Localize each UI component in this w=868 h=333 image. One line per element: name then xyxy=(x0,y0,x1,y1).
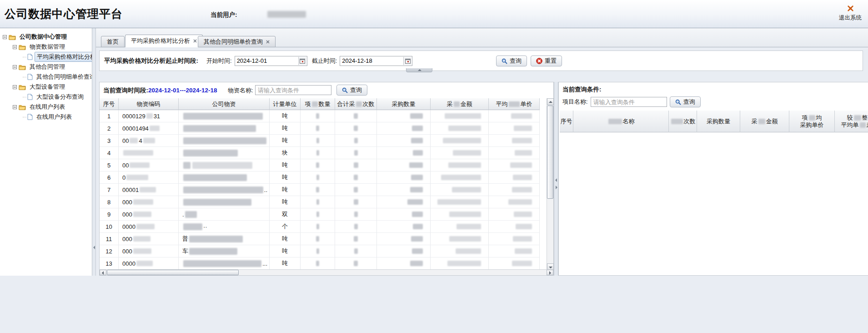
logout-button[interactable]: 退出系统 xyxy=(836,5,864,22)
column-header-pqty[interactable]: 采购数量 xyxy=(377,98,431,110)
cell-code: 000 xyxy=(119,233,179,245)
tab-item[interactable]: 首页 xyxy=(101,36,125,47)
table-row[interactable]: 1000012931吨 xyxy=(100,110,547,122)
cell-price xyxy=(489,159,540,172)
project-search-button[interactable]: 查询 xyxy=(670,96,701,107)
column-header-count[interactable]: 合计采次数 xyxy=(335,98,377,110)
column-header-amount[interactable]: 采金额 xyxy=(431,98,489,110)
tab-item[interactable]: 其他合同明细单价查询 xyxy=(198,36,276,47)
table-row[interactable]: 9000. 双 xyxy=(100,208,547,221)
vertical-scroll-thumb[interactable] xyxy=(547,106,553,199)
column-header-amount[interactable]: 采金额 xyxy=(740,111,789,132)
text: 吨 xyxy=(282,161,288,169)
material-search-input[interactable] xyxy=(255,85,331,95)
tab-close-icon[interactable] xyxy=(266,40,270,44)
tree-node-leaf[interactable]: 在线用户列表 xyxy=(0,112,92,122)
panel-splitter[interactable] xyxy=(554,82,558,276)
start-time-label: 开始时间: xyxy=(206,57,232,65)
tab-label: 首页 xyxy=(107,36,119,47)
cell-pqty xyxy=(377,233,431,245)
text: 吨 xyxy=(282,186,288,194)
table-row[interactable]: 130000...吨 xyxy=(100,257,547,270)
collapse-left-icon[interactable] xyxy=(555,178,557,182)
cell-code: 000 xyxy=(119,245,179,257)
table-row[interactable]: 500吨 xyxy=(100,159,547,172)
tree-collapse-toggle-icon[interactable] xyxy=(13,105,17,109)
tree-node-leaf[interactable]: 其他合同明细单价查询 xyxy=(0,72,92,82)
material-search-button[interactable]: 查询 xyxy=(336,85,367,96)
text: 项 xyxy=(305,101,311,107)
table-row[interactable]: 700001 ..吨 xyxy=(100,184,547,196)
table-row[interactable]: 12000车吨 xyxy=(100,245,547,257)
redacted-text xyxy=(509,101,520,107)
tree-node-label: 其他合同管理 xyxy=(28,62,67,71)
project-search-input[interactable] xyxy=(591,97,667,107)
tree-node-folder[interactable]: 物资数据管理 xyxy=(0,42,92,52)
cell-code: 0 xyxy=(119,172,179,184)
collapse-north-handle[interactable] xyxy=(406,68,432,72)
collapse-right-icon[interactable] xyxy=(556,186,557,189)
cell-seq: 10 xyxy=(100,221,119,233)
vertical-scrollbar[interactable] xyxy=(547,98,553,270)
column-header-diff[interactable]: 较整平均单差异 xyxy=(835,111,868,132)
tree-node-label: 物资数据管理 xyxy=(28,42,67,51)
redacted-text xyxy=(183,174,247,181)
table-row[interactable]: 60吨 xyxy=(100,172,547,184)
tab-active[interactable]: 平均采购价格对比分析 xyxy=(125,35,203,47)
tree-node-folder[interactable]: 公司数据中心管理 xyxy=(0,32,92,42)
tree-collapse-toggle-icon[interactable] xyxy=(3,35,7,39)
column-header-code[interactable]: 物资编码 xyxy=(119,98,179,110)
tree-collapse-toggle-icon[interactable] xyxy=(13,65,17,69)
cell-amount xyxy=(431,245,489,257)
column-header-seq[interactable]: 序号 xyxy=(100,98,119,110)
horizontal-scroll-thumb[interactable] xyxy=(107,270,239,275)
text: 9 xyxy=(107,211,110,218)
tree-node-label: 在线用户列表 xyxy=(28,102,67,111)
start-calendar-button[interactable] xyxy=(298,57,306,65)
table-row[interactable]: 11000普吨 xyxy=(100,233,547,245)
redacted-text xyxy=(183,137,266,144)
table-row[interactable]: 200001494吨 xyxy=(100,122,547,135)
tree-collapse-toggle-icon[interactable] xyxy=(13,45,17,49)
scroll-right-button[interactable] xyxy=(547,270,553,275)
tree-node-leaf[interactable]: 大型设备分布查询 xyxy=(0,92,92,102)
column-header-price[interactable]: 平均单价 xyxy=(489,98,540,110)
scroll-up-button[interactable] xyxy=(547,98,554,105)
column-header-pqty[interactable]: 采购数量 xyxy=(697,111,740,132)
tab-close-icon[interactable] xyxy=(193,39,197,43)
filter-search-button[interactable]: 查询 xyxy=(496,56,527,66)
text: 31 xyxy=(154,113,160,120)
horizontal-scrollbar[interactable] xyxy=(100,269,553,275)
tree-collapse-toggle-icon[interactable] xyxy=(13,85,17,89)
column-header-unit[interactable]: 计量单位 xyxy=(270,98,301,110)
cell-unit: 吨 xyxy=(270,172,301,184)
redacted-text xyxy=(411,236,423,242)
column-header-text: 项均 xyxy=(802,114,822,121)
tree-node-folder[interactable]: 其他合同管理 xyxy=(0,62,92,72)
column-header-name[interactable]: 公司物资 xyxy=(179,98,270,110)
scroll-left-button[interactable] xyxy=(100,270,106,275)
column-header-qty1[interactable]: 项数量 xyxy=(301,98,335,110)
cell-seq: 2 xyxy=(100,122,119,135)
end-calendar-button[interactable] xyxy=(403,57,411,65)
column-header-avg[interactable]: 项均采购单价 xyxy=(789,111,835,132)
table-row[interactable]: 4块 xyxy=(100,147,547,159)
column-header-name[interactable]: 名称 xyxy=(573,111,669,132)
tree-node-leaf[interactable]: 平均采购价格对比分析 xyxy=(0,52,92,62)
column-header-count[interactable]: 次数 xyxy=(669,111,697,132)
tree-node-folder[interactable]: 在线用户列表 xyxy=(0,102,92,112)
text: 11 xyxy=(106,236,112,242)
end-date-input[interactable] xyxy=(340,56,403,66)
redacted-text xyxy=(412,248,423,254)
filter-reset-button[interactable]: 重置 xyxy=(531,56,562,66)
start-date-input[interactable] xyxy=(235,56,298,66)
cell-count xyxy=(335,184,377,196)
table-row[interactable]: 3004吨 xyxy=(100,135,547,147)
column-header-seq[interactable]: 序号 xyxy=(560,111,573,132)
redacted-text xyxy=(354,113,358,119)
table-row[interactable]: 100000··个 xyxy=(100,221,547,233)
tree-node-folder[interactable]: 大型设备管理 xyxy=(0,82,92,92)
text: 0000 xyxy=(122,223,135,230)
collapse-left-icon[interactable] xyxy=(93,246,95,249)
table-row[interactable]: 8000吨 xyxy=(100,196,547,208)
